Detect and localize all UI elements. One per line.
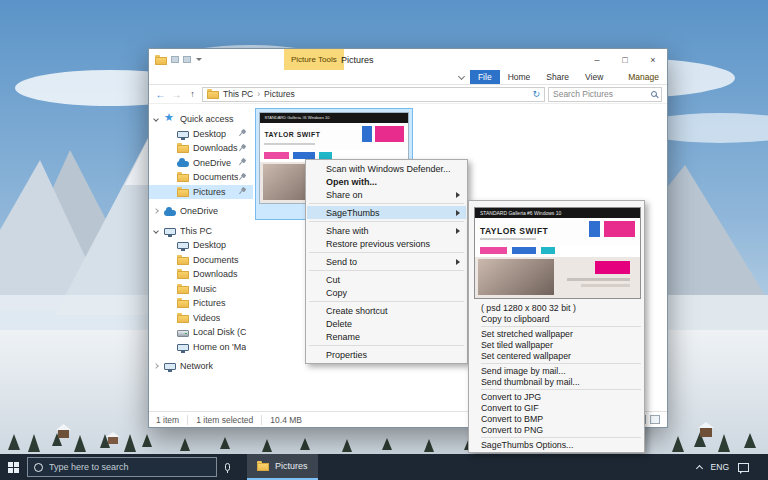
tray-expand-icon[interactable] xyxy=(696,464,703,471)
up-button[interactable]: ↑ xyxy=(186,88,199,101)
explorer-search-input[interactable] xyxy=(553,89,641,99)
taskbar-app-pictures[interactable]: Pictures xyxy=(247,454,318,480)
window-folder-icon xyxy=(155,57,167,65)
sagethumbs-menu-item[interactable]: Set centered wallpaper xyxy=(470,350,643,361)
expand-ribbon-icon[interactable] xyxy=(458,72,465,79)
sidebar-item[interactable]: Downloads xyxy=(149,141,253,156)
context-menu-item[interactable]: Open with... xyxy=(307,175,466,188)
sagethumbs-menu-item[interactable]: Convert to PNG xyxy=(470,424,643,435)
context-menu-item[interactable]: Properties xyxy=(307,348,466,361)
network-drive-icon xyxy=(177,344,189,351)
qat-new-folder-icon[interactable] xyxy=(183,56,191,63)
tree-chevron-icon[interactable] xyxy=(153,208,159,214)
sidebar-item[interactable]: OneDrive xyxy=(149,156,253,171)
close-button[interactable]: × xyxy=(639,49,667,70)
context-menu-item[interactable]: Scan with Windows Defender... xyxy=(307,162,466,175)
pictures-icon xyxy=(177,189,189,197)
sidebar-item[interactable]: OneDrive xyxy=(149,204,253,219)
ribbon-tab-bar: File Home Share View Manage xyxy=(149,70,667,85)
documents-icon xyxy=(177,174,189,182)
tree-chevron-icon[interactable] xyxy=(153,228,159,234)
sidebar-item[interactable]: Quick access xyxy=(149,112,253,127)
sidebar-item[interactable]: Downloads xyxy=(149,267,253,282)
ribbon-tab-label: View xyxy=(585,72,603,82)
breadcrumb[interactable]: This PC › Pictures ↻ xyxy=(202,87,545,102)
sidebar-item[interactable]: Pictures xyxy=(149,296,253,311)
language-indicator[interactable]: ENG xyxy=(711,462,729,472)
context-menu-item[interactable]: Cut xyxy=(307,273,466,286)
pc-icon xyxy=(164,228,176,235)
sidebar-item[interactable]: Home on 'Mac' (Z:) xyxy=(149,340,253,355)
context-menu-item[interactable]: Restore previous versions xyxy=(307,237,466,250)
action-center-icon[interactable] xyxy=(738,463,749,472)
microphone-button[interactable] xyxy=(217,454,237,480)
sidebar-item[interactable]: Pictures xyxy=(149,185,253,200)
context-menu-item[interactable]: Delete xyxy=(307,317,466,330)
explorer-search-box[interactable] xyxy=(548,87,662,102)
sagethumbs-menu-item[interactable]: Convert to BMP xyxy=(470,413,643,424)
context-menu-item[interactable]: Share on xyxy=(307,188,466,201)
sagethumbs-menu-item[interactable]: SageThumbs Options... xyxy=(470,439,643,450)
preview-accent-block xyxy=(595,261,630,274)
breadcrumb-current[interactable]: Pictures xyxy=(264,89,295,99)
sidebar-item[interactable]: This PC xyxy=(149,224,253,239)
sagethumbs-menu-item[interactable]: Copy to clipboard xyxy=(470,313,643,324)
context-menu-item[interactable]: Share with xyxy=(307,224,466,237)
tree-chevron-icon[interactable] xyxy=(153,116,159,122)
title-bar[interactable]: Picture Tools Pictures – □ × xyxy=(149,49,667,70)
picture-tools-tab[interactable]: Picture Tools xyxy=(284,49,344,70)
sidebar-item[interactable]: Desktop xyxy=(149,127,253,142)
breadcrumb-root[interactable]: This PC xyxy=(223,89,253,99)
ribbon-tab[interactable]: File xyxy=(470,70,500,84)
preview-blue-button xyxy=(512,247,536,254)
taskbar-search-input[interactable] xyxy=(49,462,189,472)
desktop-icon xyxy=(177,131,189,138)
sidebar-item[interactable]: Videos xyxy=(149,311,253,326)
menu-item-label: Send to xyxy=(326,257,357,267)
pin-icon xyxy=(236,157,248,169)
thumbnails-view-icon[interactable] xyxy=(650,415,660,424)
thumbnail-pink-block xyxy=(375,126,403,143)
breadcrumb-separator-icon: › xyxy=(257,89,260,99)
sagethumbs-menu-item[interactable]: Convert to GIF xyxy=(470,402,643,413)
sagethumbs-menu-item[interactable]: Send image by mail... xyxy=(470,365,643,376)
ribbon-tab[interactable]: View xyxy=(577,70,611,84)
sagethumbs-menu-item[interactable]: Set stretched wallpaper xyxy=(470,328,643,339)
context-menu-item[interactable]: Copy xyxy=(307,286,466,299)
search-icon[interactable] xyxy=(651,91,657,97)
sagethumbs-menu-item[interactable]: Convert to JPG xyxy=(470,391,643,402)
sidebar-item[interactable]: Network xyxy=(149,359,253,374)
sagethumbs-menu-item[interactable]: Set tiled wallpaper xyxy=(470,339,643,350)
back-button[interactable]: ← xyxy=(154,88,167,101)
sidebar-item[interactable]: Desktop xyxy=(149,238,253,253)
ribbon-tab[interactable]: Home xyxy=(500,70,539,84)
context-menu-item[interactable]: SageThumbs xyxy=(307,206,466,219)
preview-text-bar xyxy=(567,278,630,281)
microphone-icon xyxy=(225,463,230,471)
context-menu-item[interactable]: Create shortcut xyxy=(307,304,466,317)
sidebar-item[interactable]: Local Disk (C:) xyxy=(149,325,253,340)
forward-button[interactable]: → xyxy=(170,88,183,101)
ribbon-tab[interactable]: Manage xyxy=(620,70,667,84)
ribbon-tab-label: Manage xyxy=(628,72,659,82)
sidebar-item-label: Network xyxy=(180,361,213,371)
sidebar-item[interactable]: Music xyxy=(149,282,253,297)
sidebar-item-label: This PC xyxy=(180,226,212,236)
start-button[interactable] xyxy=(0,454,27,480)
thumbnail-text-line xyxy=(264,143,314,145)
sidebar-item[interactable]: Documents xyxy=(149,253,253,268)
sagethumbs-menu-item[interactable]: Send thumbnail by mail... xyxy=(470,376,643,387)
context-menu-item[interactable]: Send to xyxy=(307,255,466,268)
qat-properties-icon[interactable] xyxy=(171,56,179,63)
minimize-button[interactable]: – xyxy=(583,49,611,70)
ribbon-tab[interactable]: Share xyxy=(538,70,577,84)
taskbar-search-box[interactable] xyxy=(27,457,217,477)
refresh-icon[interactable]: ↻ xyxy=(532,89,540,99)
qat-customize-arrow-icon[interactable] xyxy=(196,58,202,61)
context-menu-item[interactable]: Rename xyxy=(307,330,466,343)
sidebar-item-label: Music xyxy=(193,284,217,294)
tree-chevron-icon[interactable] xyxy=(153,363,159,369)
maximize-button[interactable]: □ xyxy=(611,49,639,70)
menu-item-label: ( psd 1280 x 800 32 bit ) xyxy=(481,303,576,313)
sidebar-item[interactable]: Documents xyxy=(149,170,253,185)
